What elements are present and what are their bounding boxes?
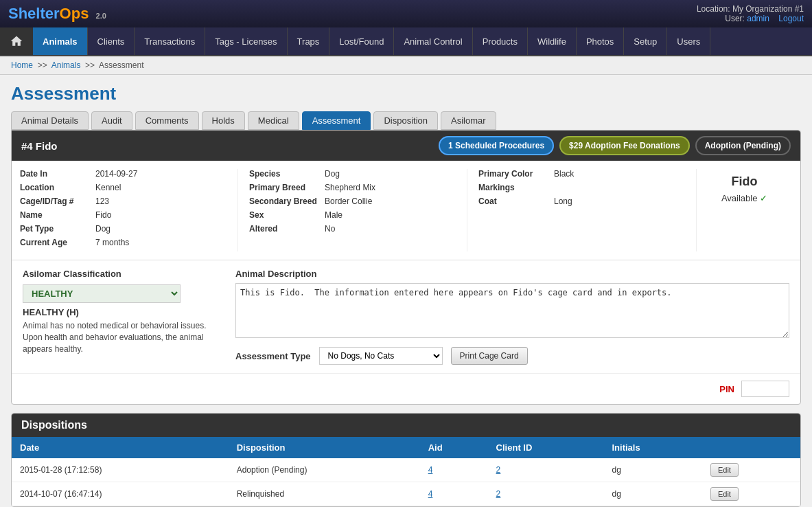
- nav-animals[interactable]: Animals: [33, 27, 88, 55]
- nav-animal-control[interactable]: Animal Control: [394, 27, 472, 55]
- animal-name-display: Fido: [702, 174, 787, 189]
- dispositions-section: Dispositions Date Disposition Aid Client…: [11, 413, 801, 507]
- asilomar-description: Animal has no noted medical or behaviora…: [23, 320, 222, 354]
- tab-comments[interactable]: Comments: [135, 111, 199, 130]
- breadcrumb-animals[interactable]: Animals: [51, 60, 81, 70]
- field-sex: Sex Male: [249, 210, 461, 220]
- nav-products[interactable]: Products: [473, 27, 528, 55]
- asilomar-select[interactable]: HEALTHY TREATABLE - REHABILITABLE TREATA…: [23, 284, 181, 303]
- main-content: Assessment Animal Details Audit Comments…: [0, 75, 812, 507]
- top-bar: ShelterOps 2.0 Location: My Organization…: [0, 0, 812, 27]
- disp-client-id: 2: [488, 482, 604, 506]
- app-logo: ShelterOps 2.0: [8, 5, 106, 23]
- badge-adoption-fee[interactable]: $29 Adoption Fee Donations: [559, 136, 690, 155]
- home-icon: [10, 34, 23, 48]
- tab-animal-details[interactable]: Animal Details: [11, 111, 89, 130]
- field-location: Location Kennel: [20, 183, 232, 192]
- tab-disposition[interactable]: Disposition: [373, 111, 438, 130]
- tab-medical[interactable]: Medical: [248, 111, 299, 130]
- badge-scheduled-procedures[interactable]: 1 Scheduled Procedures: [439, 136, 554, 155]
- disp-client-link[interactable]: 2: [496, 489, 501, 499]
- nav-transactions[interactable]: Transactions: [135, 27, 205, 55]
- logout-link[interactable]: Logout: [778, 14, 804, 23]
- assessment-type-select[interactable]: No Dogs, No Cats No Dogs No Cats Dogs OK…: [319, 347, 443, 365]
- page-title: Assessment: [11, 83, 801, 104]
- disp-aid-link[interactable]: 4: [428, 489, 433, 499]
- animal-description-textarea[interactable]: This is Fido. The information entered he…: [235, 283, 789, 338]
- field-primary-breed: Primary Breed Shepherd Mix: [249, 183, 461, 192]
- field-markings: Markings: [478, 183, 691, 192]
- field-coat: Coat Long: [478, 196, 691, 206]
- edit-button[interactable]: Edit: [710, 463, 739, 477]
- disp-client-id: 2: [488, 458, 604, 482]
- disp-aid-link[interactable]: 4: [428, 465, 433, 475]
- asilomar-title: Asilomar Classification: [23, 269, 222, 279]
- animal-description-title: Animal Description: [235, 269, 789, 279]
- animal-header: #4 Fido 1 Scheduled Procedures $29 Adopt…: [12, 131, 800, 161]
- username-link[interactable]: admin: [747, 14, 769, 23]
- tab-audit[interactable]: Audit: [91, 111, 132, 130]
- disp-date: 2015-01-28 (17:12:58): [12, 458, 229, 482]
- detail-col-right: Primary Color Black Markings Coat Long: [467, 169, 691, 251]
- asilomar-left: Asilomar Classification HEALTHY TREATABL…: [23, 269, 222, 365]
- detail-col-middle: Species Dog Primary Breed Shepherd Mix S…: [237, 169, 461, 251]
- disp-edit-cell: Edit: [702, 458, 800, 482]
- table-row: 2015-01-28 (17:12:58) Adoption (Pending)…: [12, 458, 800, 482]
- main-nav: Animals Clients Transactions Tags - Lice…: [0, 27, 812, 56]
- breadcrumb-home[interactable]: Home: [11, 60, 33, 70]
- nav-tags-licenses[interactable]: Tags - Licenses: [205, 27, 287, 55]
- nav-lost-found[interactable]: Lost/Found: [329, 27, 394, 55]
- field-name: Name Fido: [20, 210, 232, 220]
- top-right-info: Location: My Organization #1 User: admin…: [697, 4, 804, 23]
- pin-row: PIN: [12, 373, 800, 404]
- disp-disposition: Relinquished: [229, 482, 420, 506]
- field-cage-id: Cage/ID/Tag # 123: [20, 196, 232, 206]
- field-species: Species Dog: [249, 169, 461, 179]
- available-badge: Available ✓: [702, 193, 787, 203]
- disp-edit-cell: Edit: [702, 482, 800, 506]
- asilomar-section: Asilomar Classification HEALTHY TREATABL…: [12, 260, 800, 373]
- detail-col-left: Date In 2014-09-27 Location Kennel Cage/…: [20, 169, 232, 251]
- user-info: User: admin Logout: [697, 14, 804, 23]
- pin-label: PIN: [719, 384, 734, 394]
- col-disposition: Disposition: [229, 437, 420, 458]
- nav-wildlife[interactable]: Wildlife: [528, 27, 577, 55]
- print-cage-card-button[interactable]: Print Cage Card: [451, 347, 528, 365]
- location-label: Location: My Organization #1: [697, 4, 804, 14]
- field-altered: Altered No: [249, 224, 461, 234]
- col-actions: [702, 437, 800, 458]
- pin-input[interactable]: [741, 381, 789, 397]
- animal-body: Date In 2014-09-27 Location Kennel Cage/…: [12, 161, 800, 260]
- dispositions-header: Dispositions: [12, 414, 800, 437]
- disp-aid: 4: [420, 458, 488, 482]
- tab-asilomar[interactable]: Asilomar: [441, 111, 496, 130]
- col-aid: Aid: [420, 437, 488, 458]
- nav-setup[interactable]: Setup: [624, 27, 667, 55]
- nav-photos[interactable]: Photos: [577, 27, 624, 55]
- tab-holds[interactable]: Holds: [202, 111, 245, 130]
- edit-button[interactable]: Edit: [710, 487, 739, 501]
- disp-disposition: Adoption (Pending): [229, 458, 420, 482]
- home-nav-item[interactable]: [0, 27, 33, 55]
- field-date-in: Date In 2014-09-27: [20, 169, 232, 179]
- disp-aid: 4: [420, 482, 488, 506]
- available-checkmark: ✓: [760, 193, 767, 203]
- nav-traps[interactable]: Traps: [288, 27, 330, 55]
- disp-initials: dg: [603, 482, 701, 506]
- field-current-age: Current Age 7 months: [20, 238, 232, 247]
- tab-assessment[interactable]: Assessment: [302, 111, 371, 130]
- asilomar-select-row: HEALTHY TREATABLE - REHABILITABLE TREATA…: [23, 284, 222, 303]
- nav-users[interactable]: Users: [667, 27, 710, 55]
- assessment-type-row: Assessment Type No Dogs, No Cats No Dogs…: [235, 347, 789, 365]
- nav-clients[interactable]: Clients: [88, 27, 135, 55]
- badge-adoption-status[interactable]: Adoption (Pending): [695, 136, 791, 155]
- disp-initials: dg: [603, 458, 701, 482]
- animal-header-badges: 1 Scheduled Procedures $29 Adoption Fee …: [439, 136, 791, 155]
- field-pet-type: Pet Type Dog: [20, 224, 232, 234]
- disp-client-link[interactable]: 2: [496, 465, 501, 475]
- animal-status-col: Fido Available ✓: [696, 169, 792, 251]
- col-client-id: Client ID: [488, 437, 604, 458]
- dispositions-table: Date Disposition Aid Client ID Initials …: [12, 437, 800, 506]
- col-initials: Initials: [603, 437, 701, 458]
- animal-id-label: #4 Fido: [21, 140, 58, 152]
